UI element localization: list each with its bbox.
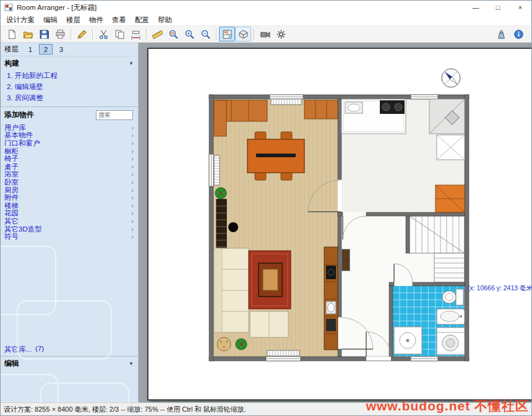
category-item-11[interactable]: 楼梯› <box>4 202 134 210</box>
edit-header[interactable]: 编辑 ▼ <box>1 357 138 370</box>
radiator[interactable] <box>271 99 302 105</box>
measure-button[interactable] <box>127 27 144 41</box>
sideboard-top[interactable] <box>304 100 338 119</box>
add-objects-header: 添加物件 <box>1 107 138 122</box>
category-label: 符号 <box>4 232 19 241</box>
radiator[interactable] <box>267 350 299 356</box>
zoom-out-button[interactable] <box>197 27 213 41</box>
chevron-right-icon: › <box>131 148 134 155</box>
info-button[interactable] <box>510 27 526 41</box>
column[interactable] <box>228 222 238 232</box>
search-input[interactable] <box>96 110 133 120</box>
cut-button[interactable] <box>95 27 111 41</box>
status-text: 设计方案: 8255 × 8400 毫米, 楼层: 2/3 -- 缩放: 75%… <box>4 405 246 414</box>
category-item-5[interactable]: 椅子› <box>4 155 134 163</box>
floor-tab-1[interactable]: 1 <box>24 44 37 54</box>
build-header[interactable]: 构建 ▼ <box>1 56 138 70</box>
zoom-in-button[interactable] <box>181 27 197 41</box>
menu-item-6[interactable]: 配置 <box>131 15 153 25</box>
washing-machine[interactable] <box>437 327 465 355</box>
info-icon <box>513 29 524 40</box>
more-libraries-label: 其它库... <box>4 345 32 354</box>
view-2d-button[interactable] <box>219 27 235 41</box>
potted-plant[interactable] <box>236 339 247 350</box>
canvas-area[interactable]: (x: 10666 y: 2413 毫米) <box>139 43 531 402</box>
category-item-15[interactable]: 符号› <box>4 233 134 241</box>
window-controls: — □ × <box>465 1 531 14</box>
collapse-caret-icon[interactable]: ▼ <box>129 61 134 66</box>
radiator[interactable] <box>214 155 220 185</box>
dining-set[interactable] <box>247 132 304 180</box>
menu-item-4[interactable]: 物件 <box>85 15 108 25</box>
weight-button[interactable] <box>493 27 509 41</box>
print-button[interactable] <box>52 27 68 41</box>
washbasin[interactable] <box>437 309 465 324</box>
category-item-12[interactable]: 花园› <box>4 210 134 218</box>
menu-item-1[interactable]: 设计方案 <box>2 15 39 25</box>
rug-and-coffee-table[interactable] <box>249 251 291 309</box>
build-step-2[interactable]: 2. 编辑墙壁 <box>7 82 138 92</box>
category-item-3[interactable]: 门口和窗户› <box>4 139 134 147</box>
new-button[interactable] <box>4 27 20 41</box>
save-button[interactable] <box>36 27 52 41</box>
camera-icon <box>260 29 270 40</box>
toolbar-separator <box>216 28 217 40</box>
floor-tab-2[interactable]: 2 <box>39 44 53 54</box>
kitchen-tall-cabinet[interactable] <box>435 185 465 212</box>
maximize-button[interactable]: □ <box>487 1 509 14</box>
weight-icon <box>496 29 507 40</box>
category-item-7[interactable]: 浴室› <box>4 171 134 179</box>
minimize-button[interactable]: — <box>465 1 487 14</box>
sidebar: 楼层 123 构建 ▼ 1. 开始新的工程2. 编辑墙壁3. 房间调整 添加物件… <box>1 43 139 402</box>
build-step-1[interactable]: 1. 开始新的工程 <box>7 71 138 80</box>
main-area: 楼层 123 构建 ▼ 1. 开始新的工程2. 编辑墙壁3. 房间调整 添加物件… <box>1 43 531 402</box>
zoom-window-icon <box>168 29 179 40</box>
watermark: www.budog.net 不懂社区 <box>366 397 529 415</box>
decorative-shape <box>40 383 129 402</box>
more-libraries-link[interactable]: 其它库... (7) <box>1 344 138 356</box>
floor-tab-3[interactable]: 3 <box>54 44 68 54</box>
camera-button[interactable] <box>257 27 273 41</box>
chevron-right-icon: › <box>131 210 134 217</box>
kitchen-sideboard[interactable] <box>324 247 338 350</box>
shoe-cabinet[interactable] <box>342 249 350 271</box>
copy-button[interactable] <box>111 27 127 41</box>
category-item-10[interactable]: 附件› <box>4 194 134 202</box>
menu-item-5[interactable]: 查看 <box>108 15 131 25</box>
chevron-right-icon: › <box>131 187 134 194</box>
pencil-button[interactable] <box>74 27 90 41</box>
open-button[interactable] <box>20 27 36 41</box>
shower[interactable] <box>394 327 422 354</box>
close-button[interactable]: × <box>509 1 531 14</box>
category-item-8[interactable]: 卧室› <box>4 178 134 186</box>
bookshelf[interactable] <box>217 199 226 251</box>
menu-item-3[interactable]: 楼层 <box>62 15 85 25</box>
ottoman[interactable] <box>250 311 288 337</box>
category-item-14[interactable]: 其它3D造型› <box>4 225 134 233</box>
kitchen-counter[interactable] <box>341 99 406 134</box>
sofa[interactable] <box>214 248 249 332</box>
category-item-9[interactable]: 厨房› <box>4 186 134 194</box>
floors-row: 楼层 123 <box>1 43 138 56</box>
potted-plant[interactable] <box>215 188 226 199</box>
menu-item-2[interactable]: 编辑 <box>39 15 62 25</box>
kitchen-corner-cabinet[interactable] <box>429 99 465 134</box>
ruler-button[interactable] <box>149 27 165 41</box>
menu-item-7[interactable]: 帮助 <box>153 15 176 25</box>
toolbar-separator <box>92 28 93 40</box>
fridge[interactable] <box>437 135 465 160</box>
view-3d-button[interactable] <box>235 27 251 41</box>
zoom-in-icon <box>184 29 195 40</box>
build-step-3[interactable]: 3. 房间调整 <box>7 93 138 103</box>
chevron-right-icon: › <box>131 155 134 162</box>
settings-button[interactable] <box>273 27 289 41</box>
category-item-4[interactable]: 橱柜› <box>4 147 134 155</box>
collapse-caret-icon[interactable]: ▼ <box>129 361 134 366</box>
zoom-window-button[interactable] <box>165 27 181 41</box>
category-item-6[interactable]: 桌子› <box>4 163 134 171</box>
side-table[interactable] <box>217 337 231 351</box>
floor-plan[interactable] <box>148 49 531 399</box>
compass-icon[interactable] <box>442 69 460 87</box>
add-objects-title: 添加物件 <box>4 110 34 120</box>
drawing-page[interactable]: (x: 10666 y: 2413 毫米) <box>147 48 531 401</box>
